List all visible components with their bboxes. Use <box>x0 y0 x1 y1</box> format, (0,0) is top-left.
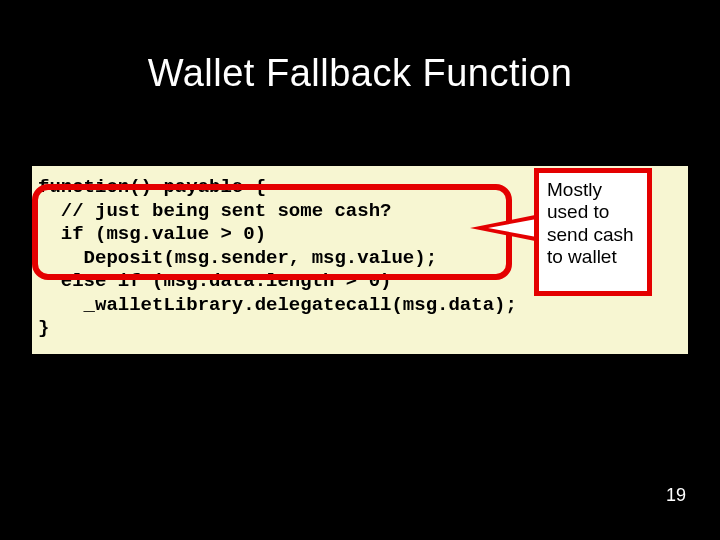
page-number: 19 <box>666 485 686 506</box>
slide-title: Wallet Fallback Function <box>0 0 720 95</box>
code-line-7: } <box>38 317 49 339</box>
code-line-6: _walletLibrary.delegatecall(msg.data); <box>38 294 517 316</box>
slide: Wallet Fallback Function function() paya… <box>0 0 720 540</box>
highlight-box <box>32 184 512 280</box>
callout-box: Mostly used to send cash to wallet <box>534 168 652 296</box>
